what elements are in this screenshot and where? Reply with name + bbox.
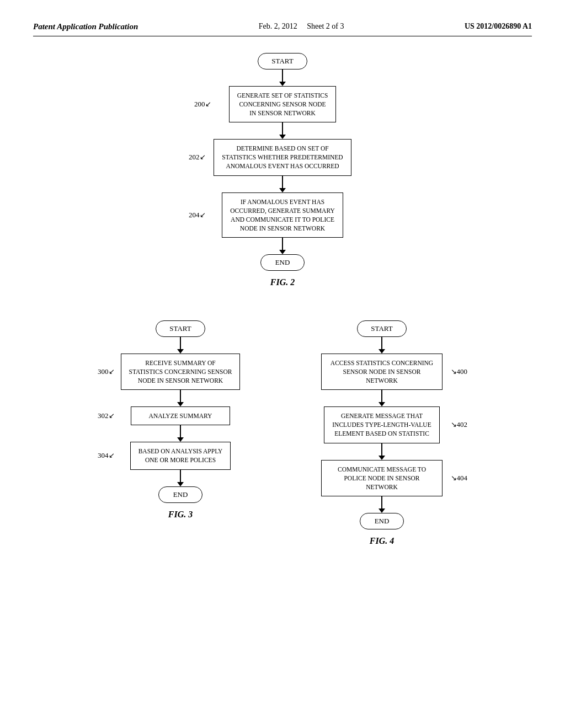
fig4-label-400: ↘400 [451, 367, 468, 376]
header: Patent Application Publication Feb. 2, 2… [33, 22, 532, 36]
fig2-arrow-3 [279, 176, 286, 192]
fig4-step-402-row: GENERATE MESSAGE THATINCLUDES TYPE-LENGT… [296, 406, 467, 443]
fig4-step-404: COMMUNICATE MESSAGE TOPOLICE NODE IN SEN… [321, 460, 443, 496]
fig2-container: START 200↙ GENERATE SET OF STATISTICSCON… [189, 53, 376, 287]
fig4-caption: FIG. 4 [370, 536, 394, 546]
fig2-arrow-1 [279, 69, 286, 86]
fig4-arrow-3 [379, 443, 385, 460]
fig2-label-202: 202↙ [189, 153, 206, 162]
fig4-end-oval: END [360, 513, 404, 529]
fig2-end-row: END [189, 254, 376, 271]
fig3-step-304: BASED ON ANALYSIS APPLYONE OR MORE POLIC… [130, 442, 231, 469]
fig3-label-304: 304↙ [98, 451, 115, 460]
fig4-start-oval: START [357, 320, 406, 337]
fig2-step-204: IF ANOMALOUS EVENT HASOCCURRED, GENERATE… [222, 192, 343, 238]
fig2-step-200: GENERATE SET OF STATISTICSCONCERNING SEN… [229, 86, 337, 122]
fig3-arrow-1 [177, 337, 184, 354]
fig3-container: START 300↙ RECEIVE SUMMARY OFSTATISTICS … [98, 320, 263, 520]
fig2-start-oval: START [258, 53, 307, 69]
fig3-start-row: START [98, 320, 263, 337]
header-sheet: Sheet 2 of 3 [307, 22, 344, 30]
fig3-end-row: END [98, 486, 263, 503]
fig3-label-302: 302↙ [98, 411, 115, 420]
fig2-label-200: 200↙ [194, 100, 211, 109]
fig3-step-300: RECEIVE SUMMARY OFSTATISTICS CONCERNING … [121, 354, 241, 390]
fig3-start-oval: START [156, 320, 205, 337]
fig4-step-404-row: COMMUNICATE MESSAGE TOPOLICE NODE IN SEN… [296, 460, 467, 496]
fig2-step-204-row: 204↙ IF ANOMALOUS EVENT HASOCCURRED, GEN… [189, 192, 376, 238]
fig3-end-oval: END [158, 486, 202, 503]
diagrams-area: START 200↙ GENERATE SET OF STATISTICSCON… [33, 53, 532, 546]
fig2-step-202: DETERMINE BASED ON SET OFSTATISTICS WHET… [214, 139, 351, 175]
fig4-step-402: GENERATE MESSAGE THATINCLUDES TYPE-LENGT… [324, 406, 439, 443]
fig3-caption: FIG. 3 [168, 510, 193, 520]
fig3-step-302-row: 302↙ ANALYZE SUMMARY [98, 406, 263, 425]
fig3-label-300: 300↙ [98, 367, 115, 376]
header-date: Feb. 2, 2012 [259, 22, 297, 30]
fig4-arrow-1 [379, 337, 385, 354]
fig4-label-404: ↘404 [451, 474, 468, 483]
fig2-arrow-4 [279, 238, 286, 254]
header-patent-number: US 2012/0026890 A1 [465, 22, 532, 31]
fig3-flowchart: START 300↙ RECEIVE SUMMARY OFSTATISTICS … [98, 320, 263, 503]
fig3-arrow-3 [177, 425, 184, 442]
fig4-step-400: ACCESS STATISTICS CONCERNINGSENSOR NODE … [321, 354, 443, 390]
fig3-step-302: ANALYZE SUMMARY [131, 406, 230, 425]
fig2-step-200-row: 200↙ GENERATE SET OF STATISTICSCONCERNIN… [194, 86, 371, 122]
fig3-step-300-row: 300↙ RECEIVE SUMMARY OFSTATISTICS CONCER… [98, 354, 263, 390]
fig4-flowchart: START ACCESS STATISTICS CONCERNINGSENSOR… [296, 320, 467, 529]
header-publication-label: Patent Application Publication [33, 22, 138, 31]
fig4-arrow-2 [379, 390, 385, 406]
fig2-arrow-2 [279, 122, 286, 139]
fig4-arrow-4 [379, 496, 385, 513]
page: Patent Application Publication Feb. 2, 2… [0, 0, 565, 728]
fig2-start-row: START [189, 53, 376, 69]
fig4-container: START ACCESS STATISTICS CONCERNINGSENSOR… [296, 320, 467, 546]
fig2-label-204: 204↙ [189, 211, 206, 220]
fig2-step-202-row: 202↙ DETERMINE BASED ON SET OFSTATISTICS… [189, 139, 376, 175]
fig34-container: START 300↙ RECEIVE SUMMARY OFSTATISTICS … [33, 320, 532, 546]
fig2-caption: FIG. 2 [270, 277, 295, 287]
fig2-flowchart: START 200↙ GENERATE SET OF STATISTICSCON… [189, 53, 376, 271]
fig3-arrow-2 [177, 390, 184, 406]
fig4-start-row: START [296, 320, 467, 337]
header-date-sheet: Feb. 2, 2012 Sheet 2 of 3 [259, 22, 344, 31]
fig3-step-304-row: 304↙ BASED ON ANALYSIS APPLYONE OR MORE … [98, 442, 263, 469]
fig4-step-400-row: ACCESS STATISTICS CONCERNINGSENSOR NODE … [296, 354, 467, 390]
fig4-label-402: ↘402 [451, 420, 468, 429]
fig2-end-oval: END [260, 254, 305, 271]
fig4-end-row: END [296, 513, 467, 529]
fig3-arrow-4 [177, 470, 184, 486]
